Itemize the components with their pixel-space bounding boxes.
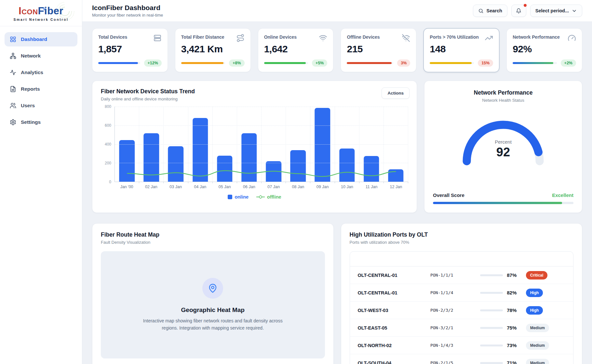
legend-item-online[interactable]: online (228, 194, 249, 200)
gauge-value: 92 (451, 145, 555, 159)
sidebar-item-label: Users (21, 103, 35, 109)
sidebar-item[interactable]: Users (5, 98, 77, 113)
search-button[interactable]: Search (473, 5, 507, 17)
sidebar-item[interactable]: Network (5, 49, 77, 63)
heatmap-placeholder-title: Geographic Heat Map (181, 306, 245, 314)
stat-trend-badge: +2% (561, 59, 576, 67)
legend-item-offline[interactable]: offline (256, 194, 281, 200)
stat-progress-bar (430, 62, 474, 64)
olt-name-cell: OLT-CENTRAL-01 (358, 290, 430, 295)
status-cell: Critical (526, 271, 565, 280)
sidebar-item[interactable]: Analytics (5, 65, 77, 80)
stat-card[interactable]: Total Fiber Distance 3,421 Km +8% (175, 28, 251, 72)
gauge-label: Percent (451, 139, 555, 145)
performance-gauge: Percent 92 (451, 112, 555, 167)
port-id-cell: PON-2/1/5 (430, 360, 480, 364)
period-select[interactable]: Select period... (530, 5, 582, 17)
table-row[interactable]: OLT-NORTH-02 PON-1/4/3 73% Medium (350, 337, 573, 354)
stat-value: 215 (347, 44, 410, 55)
notifications-button[interactable] (511, 5, 526, 17)
port-id-cell: PON-1/1/4 (430, 290, 480, 295)
stat-value: 1,857 (98, 44, 162, 55)
status-cell: Medium (526, 359, 565, 364)
bar-online (388, 169, 403, 182)
network-performance-card: Network Performance Network Health Statu… (424, 81, 582, 213)
x-tick-label: 07 Jan (262, 185, 286, 189)
stat-card[interactable]: Offline Devices 215 3% (341, 28, 416, 72)
trend-y-axis: 0200400600800 (101, 107, 114, 182)
bar-online (119, 140, 134, 182)
bottom-row: Fiber Route Heat Map Fault Density Visua… (92, 223, 582, 364)
stat-value: 92% (513, 44, 576, 55)
table-row[interactable]: OLT-SOUTH-04 PON-2/1/5 71% Medium (350, 354, 573, 364)
x-tick-label: 05 Jan (212, 185, 237, 189)
gauge-icon (568, 34, 576, 42)
sidebar-item-label: Settings (21, 119, 41, 125)
stat-card[interactable]: Network Performance 92% +2% (506, 28, 582, 72)
x-tick-label: 09 Jan (310, 185, 335, 189)
sidebar-item-label: Reports (21, 86, 40, 92)
olt-name-cell: OLT-WEST-03 (358, 308, 430, 313)
y-tick-label: 0 (109, 180, 111, 184)
port-id-cell: PON-1/1/1 (430, 273, 480, 278)
status-badge: High (526, 306, 543, 315)
table-header-row (350, 252, 573, 266)
bar-online (266, 161, 281, 182)
sidebar-item[interactable]: Settings (5, 115, 77, 129)
table-row[interactable]: OLT-WEST-03 PON-2/3/2 78% High (350, 302, 573, 319)
utilization-bar-track (480, 309, 503, 311)
utilization-bar-track (480, 292, 503, 294)
x-tick-label: 06 Jan (237, 185, 261, 189)
heatmap-placeholder-text: Interactive map showing fiber network ro… (137, 318, 289, 332)
legend-square-icon (228, 195, 232, 199)
status-cell: High (526, 289, 565, 297)
table-row[interactable]: OLT-CENTRAL-01 PON-1/1/4 82% High (350, 284, 573, 302)
utilization-percent: 71% (507, 360, 517, 364)
gauge-card-subtitle: Network Health Status (482, 98, 524, 103)
y-tick-label: 600 (105, 123, 111, 128)
logo: IconFiber Smart Network Control (0, 0, 82, 26)
sidebar-item[interactable]: Reports (5, 82, 77, 96)
stat-trend-badge: +5% (312, 59, 327, 67)
status-cell: High (526, 306, 565, 315)
ports-table: OLT-CENTRAL-01 PON-1/1/1 87% Critical (350, 251, 574, 364)
table-row[interactable]: OLT-EAST-05 PON-3/2/1 75% Medium (350, 319, 573, 337)
header-titles: IconFiber Dashboard Monitor your fiber n… (92, 4, 163, 18)
logo-text: IconFiber (0, 5, 82, 17)
olt-name-cell: OLT-NORTH-02 (358, 343, 430, 348)
logo-fiber-spark-icon (42, 7, 47, 12)
stat-trend-badge: 15% (478, 59, 493, 67)
x-tick-label: 11 Jan (359, 185, 384, 189)
utilization-bar-track (480, 362, 503, 364)
actions-button[interactable]: Actions (382, 87, 410, 99)
overall-score-block: Overall Score Excellent (433, 192, 573, 204)
utilization-cell: 87% (480, 272, 526, 278)
status-badge: Critical (526, 271, 548, 280)
stat-progress-bar (181, 62, 225, 64)
bar-online (290, 150, 306, 182)
grid-icon (10, 36, 16, 43)
stat-card[interactable]: Online Devices 1,642 +5% (258, 28, 334, 72)
logo-part-icon: Icon (19, 5, 38, 17)
utilization-cell: 73% (480, 343, 526, 348)
network-icon (10, 53, 16, 59)
sidebar-item-label: Network (21, 53, 41, 59)
x-tick-label: 10 Jan (335, 185, 359, 189)
utilization-cell: 78% (480, 307, 526, 313)
utilization-percent: 82% (507, 290, 517, 295)
bar-online (193, 118, 208, 182)
stat-label: Total Fiber Distance (181, 34, 224, 40)
port-id-cell: PON-3/2/1 (430, 325, 480, 330)
stat-value: 1,642 (264, 44, 328, 55)
stat-card[interactable]: Total Devices 1,857 +12% (92, 28, 168, 72)
table-row[interactable]: OLT-CENTRAL-01 PON-1/1/1 87% Critical (350, 266, 573, 284)
sidebar-item[interactable]: Dashboard (5, 32, 77, 46)
utilization-cell: 82% (480, 290, 526, 295)
bar-online (144, 133, 159, 182)
users-icon (10, 102, 16, 109)
olt-name-cell: OLT-CENTRAL-01 (358, 273, 430, 278)
trend-chart: 0200400600800 (101, 107, 408, 182)
stat-card[interactable]: Ports > 70% Utilization 148 15% (424, 28, 499, 72)
y-tick-label: 200 (105, 161, 111, 165)
search-label: Search (486, 8, 502, 13)
